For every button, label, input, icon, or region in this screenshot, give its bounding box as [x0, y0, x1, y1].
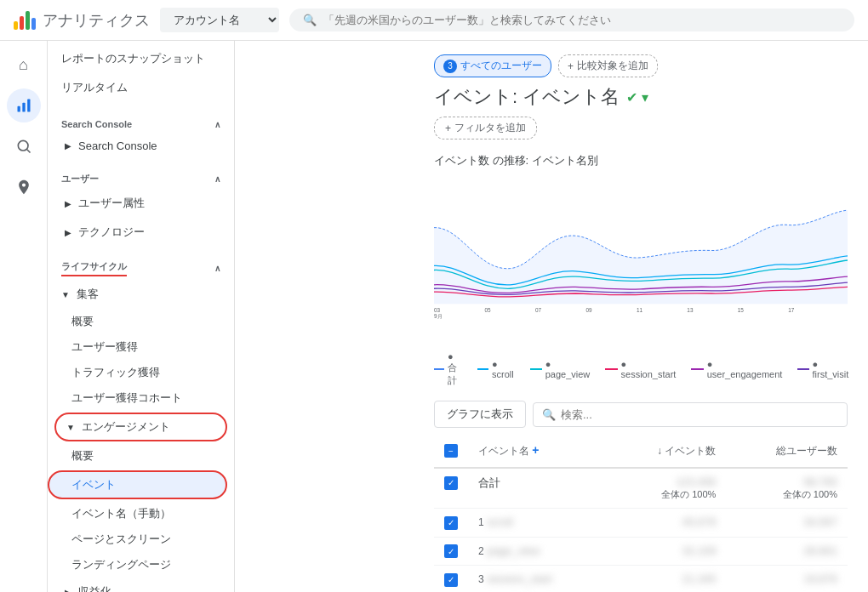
add-column-button[interactable]: +	[532, 443, 539, 457]
row3-event-count-cell: 21,345	[608, 566, 727, 593]
content-area: 3 すべてのユーザー + 比較対象を追加 イベント: イベント名 ✔ ▾ + フ…	[414, 41, 868, 592]
add-compare-button[interactable]: + 比較対象を追加	[558, 54, 658, 77]
graph-view-button[interactable]: グラフに表示	[434, 401, 526, 428]
table-search-icon: 🔍	[542, 408, 556, 421]
table-header-event-count: ↓ イベント数	[608, 435, 727, 468]
row2-users: 28,901	[803, 544, 837, 557]
chevron-down-icon-engagement: ▼	[66, 423, 75, 432]
sidebar-nav: レポートのスナップショット リアルタイム Search Console ∧ ▶ …	[48, 41, 235, 592]
chart-svg-area: 03 9月 05 07 09 11 13 15 17	[434, 175, 848, 348]
title-status-badge[interactable]: ✔ ▾	[626, 89, 648, 105]
event-name-col-label: イベント名	[478, 445, 529, 457]
logo-bars	[14, 11, 36, 30]
row1-users: 34,567	[803, 515, 837, 528]
legend-scroll-line	[477, 368, 488, 370]
table-search-input[interactable]	[561, 408, 838, 421]
search-console-expand-icon[interactable]: ∧	[214, 120, 220, 129]
total-name-cell: 合計	[468, 468, 608, 509]
explore-icon-btn[interactable]	[7, 129, 41, 163]
sidebar-item-traffic-acquisition[interactable]: トラフィック獲得	[48, 360, 234, 385]
total-checkbox[interactable]: ✓	[444, 476, 458, 490]
global-search-bar[interactable]: 🔍	[289, 9, 854, 31]
home-icon-btn[interactable]: ⌂	[7, 48, 41, 82]
sidebar-item-snapshot[interactable]: レポートのスナップショット	[48, 44, 234, 73]
acquisition-overview-label: 概要	[71, 315, 94, 327]
sidebar-item-acquisition-group[interactable]: ▼ 集客	[48, 280, 234, 309]
svg-text:09: 09	[585, 307, 592, 313]
arrow-right-icon: ▶	[65, 141, 71, 151]
sidebar-item-technology[interactable]: ▶ テクノロジー	[48, 218, 234, 247]
traffic-acquisition-label: トラフィック獲得	[71, 366, 160, 379]
total-checkbox-cell[interactable]: ✓	[434, 468, 468, 509]
total-users-sub: 全体の 100%	[736, 488, 837, 501]
row1-num: 1	[478, 516, 484, 528]
sidebar-item-user-acquisition[interactable]: ユーザー獲得	[48, 334, 234, 360]
row2-event-count: 32,109	[682, 544, 717, 557]
row2-checkbox[interactable]: ✓	[444, 544, 458, 558]
chevron-down-icon-acquisition: ▼	[61, 290, 70, 299]
logo-bar-3	[26, 11, 30, 30]
row3-checkbox[interactable]: ✓	[444, 573, 458, 587]
reports-icon-btn[interactable]	[7, 88, 41, 122]
sidebar-item-events[interactable]: イベント	[48, 470, 227, 499]
row1-name-cell: 1 scroll	[468, 509, 608, 538]
select-all-checkbox[interactable]: −	[444, 444, 458, 458]
table-row-total: ✓ 合計 123,456 全体の 100% 98,765 全体の 100%	[434, 468, 848, 509]
add-compare-plus-icon: +	[568, 60, 574, 72]
row1-checkbox-cell[interactable]: ✓	[434, 509, 468, 538]
sidebar-item-page-screen[interactable]: ページとスクリーン	[48, 527, 234, 552]
legend-total-line	[434, 368, 444, 370]
arrow-right-icon-monetization: ▶	[65, 588, 71, 593]
legend-page-view: ● page_view	[530, 359, 592, 379]
table-row-2: ✓ 2 page_view 32,109 28,901	[434, 537, 848, 566]
sidebar-item-monetization[interactable]: ▶ 収益化	[48, 578, 234, 592]
row2-checkbox-cell[interactable]: ✓	[434, 537, 468, 566]
legend-first-visit: ● first_visit	[797, 359, 851, 379]
sidebar-item-user-attributes[interactable]: ▶ ユーザー属性	[48, 189, 234, 218]
table-row-1: ✓ 1 scroll 45,678 34,567	[434, 509, 848, 538]
table-search-bar[interactable]: 🔍	[533, 402, 848, 427]
sidebar-item-landing-page[interactable]: ランディングページ	[48, 552, 234, 578]
acquisition-group-label: 集客	[77, 287, 99, 302]
user-section-expand-icon[interactable]: ∧	[214, 174, 220, 184]
sidebar-item-event-name-manual[interactable]: イベント名（手動）	[48, 501, 234, 527]
sidebar-item-acquisition-overview[interactable]: 概要	[48, 309, 234, 334]
lifecycle-expand-icon[interactable]: ∧	[214, 264, 220, 273]
row1-checkbox[interactable]: ✓	[444, 516, 458, 530]
sidebar-item-search-console-child[interactable]: ▶ Search Console	[48, 133, 234, 159]
search-console-child-label: Search Console	[78, 139, 157, 152]
sidebar-item-engagement-group[interactable]: ▼ エンゲージメント	[54, 413, 227, 441]
lifecycle-label: ライフサイクル	[61, 260, 127, 276]
row2-users-cell: 28,901	[726, 537, 848, 566]
global-search-input[interactable]	[323, 14, 841, 26]
sidebar-item-user-acquisition-cohort[interactable]: ユーザー獲得コホート	[48, 385, 234, 411]
all-users-label: すべてのユーザー	[460, 59, 542, 73]
sidebar-item-engagement-overview[interactable]: 概要	[48, 443, 234, 469]
logo-bar-1	[14, 21, 18, 30]
landing-page-label: ランディングページ	[71, 558, 171, 571]
chart-legend: ● 合計 ● scroll ● page_view ● session_star…	[434, 351, 848, 387]
all-users-badge[interactable]: 3 すべてのユーザー	[434, 54, 551, 77]
top-header: アナリティクス アカウント名 🔍	[0, 0, 868, 41]
table-header-checkbox: −	[434, 435, 468, 468]
sidebar-item-realtime[interactable]: リアルタイム	[48, 73, 234, 102]
row3-checkbox-cell[interactable]: ✓	[434, 566, 468, 593]
configure-icon-btn[interactable]	[7, 170, 41, 204]
total-name-label: 合計	[478, 476, 500, 489]
total-users-cell: 98,765 全体の 100%	[726, 468, 848, 509]
row2-num: 2	[478, 545, 484, 557]
legend-scroll-label: ● scroll	[492, 359, 517, 379]
user-acquisition-cohort-label: ユーザー獲得コホート	[71, 391, 182, 404]
realtime-label: リアルタイム	[61, 80, 128, 95]
page-screen-label: ページとスクリーン	[71, 532, 171, 545]
filter-add-button[interactable]: + フィルタを追加	[434, 117, 537, 139]
svg-text:9月: 9月	[434, 313, 443, 319]
user-section-title: ユーザー ∧	[48, 166, 234, 189]
page-title-text: イベント: イベント名	[434, 84, 620, 110]
search-console-section-title: Search Console ∧	[48, 112, 234, 133]
account-selector[interactable]: アカウント名	[160, 8, 279, 32]
legend-pageview-line	[530, 368, 542, 370]
technology-label: テクノロジー	[78, 225, 145, 240]
svg-text:15: 15	[738, 307, 745, 313]
filter-plus-icon: +	[445, 122, 451, 134]
